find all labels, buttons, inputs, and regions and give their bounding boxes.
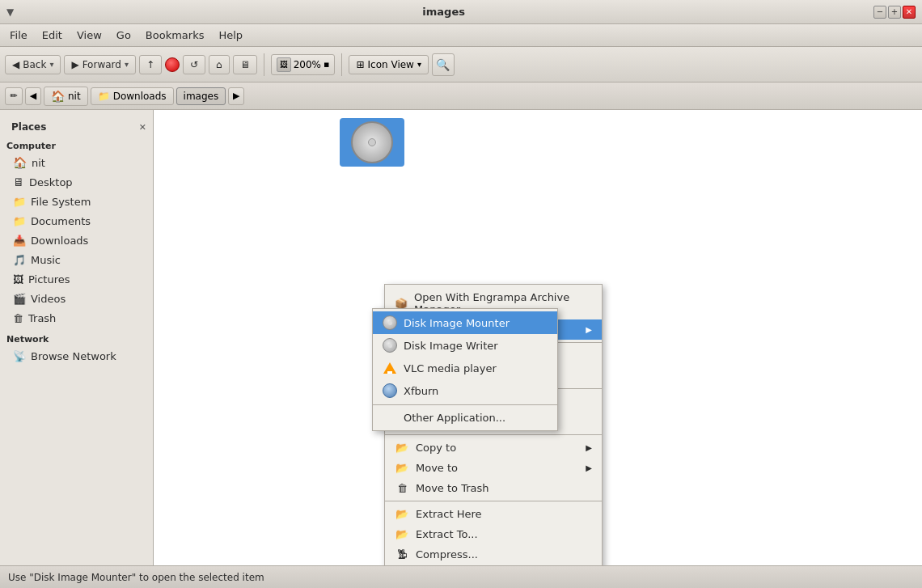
view-icon: ⊞ [356, 59, 364, 70]
cd-icon [351, 121, 393, 163]
up-button[interactable]: ↑ [139, 55, 162, 74]
back-dropdown-icon[interactable]: ▾ [49, 60, 53, 69]
sidebar-item-nit[interactable]: nit [0, 153, 153, 172]
home-button[interactable]: ⌂ [209, 55, 230, 74]
sidebar-item-music[interactable]: Music [0, 250, 153, 269]
sidebar-close-icon[interactable]: ✕ [139, 122, 146, 133]
menu-edit[interactable]: Edit [36, 27, 69, 44]
sidebar: Places ✕ Computer nit Desktop File Syste… [0, 110, 154, 565]
view-label: Icon View [368, 59, 414, 70]
zoom-value: 200% [294, 59, 321, 70]
ctx-compress[interactable]: 🗜 Compress... [385, 544, 602, 565]
vlc-icon [383, 361, 397, 375]
file-area: xubuntu-desktop-is…2.0 📦 Open With Engra… [154, 110, 922, 565]
places-label: Places [6, 120, 51, 134]
stop-button[interactable] [165, 57, 180, 72]
compress-icon: 🗜 [395, 548, 409, 561]
trash-icon [13, 311, 23, 324]
sidebar-item-documents[interactable]: Documents [0, 211, 153, 231]
breadcrumb-nit[interactable]: nit [44, 87, 88, 106]
ctx-move-trash-label: Move to Trash [416, 482, 489, 494]
path-next-button[interactable]: ▶ [228, 87, 244, 105]
titlebar: ▼ images − + ✕ [0, 0, 922, 24]
submenu-other-app[interactable]: Other Application... [373, 408, 557, 428]
xfburn-label: Xfburn [404, 385, 438, 397]
monitor-icon [13, 176, 24, 188]
statusbar: Use "Disk Image Mounter" to open the sel… [0, 565, 922, 588]
file-item-iso[interactable]: xubuntu-desktop-is…2.0 [336, 118, 408, 210]
sidebar-item-pictures-label: Pictures [28, 273, 70, 286]
move-to-icon: 📂 [395, 462, 409, 474]
open-with-submenu: Disk Image Mounter Disk Image Writer VLC… [372, 308, 558, 431]
menubar: File Edit View Go Bookmarks Help [0, 24, 922, 47]
status-text: Use "Disk Image Mounter" to open the sel… [8, 572, 264, 583]
forward-button[interactable]: ▶ Forward ▾ [64, 55, 136, 74]
ctx-extract-to[interactable]: 📂 Extract To... [385, 524, 602, 544]
folder-icon: 📁 [98, 91, 110, 102]
sidebar-item-desktop-label: Desktop [29, 176, 73, 188]
extract-here-icon: 📂 [395, 508, 409, 520]
sidebar-item-browse-network[interactable]: Browse Network [0, 346, 153, 366]
ctx-move-trash[interactable]: 🗑 Move to Trash [385, 478, 602, 498]
menu-go[interactable]: Go [110, 27, 137, 44]
minimize-button[interactable]: − [873, 6, 886, 19]
wifi-icon [13, 349, 26, 362]
ctx-extract-here-label: Extract Here [416, 508, 482, 520]
ctx-move-to[interactable]: 📂 Move to ▶ [385, 458, 602, 478]
sidebar-item-desktop[interactable]: Desktop [0, 172, 153, 192]
path-edit-button[interactable]: ✏ [5, 87, 23, 105]
submenu-separator [373, 404, 557, 405]
sidebar-item-filesystem[interactable]: File System [0, 192, 153, 211]
view-dropdown-icon: ▾ [417, 60, 421, 69]
sidebar-item-pictures[interactable]: Pictures [0, 269, 153, 289]
maximize-button[interactable]: + [888, 6, 901, 19]
submenu-xfburn[interactable]: Xfburn [373, 379, 557, 402]
sidebar-item-videos[interactable]: Videos [0, 289, 153, 308]
menu-bookmarks[interactable]: Bookmarks [139, 27, 211, 44]
zoom-plus-icon[interactable]: ▪ [324, 59, 329, 70]
file-label: xubuntu-desktop-is…2.0 [352, 168, 392, 210]
sidebar-item-trash[interactable]: Trash [0, 308, 153, 328]
pictures-icon [13, 273, 23, 286]
sidebar-item-videos-label: Videos [31, 293, 66, 305]
ctx-separator-3 [385, 434, 602, 435]
menu-file[interactable]: File [3, 27, 34, 44]
path-prev-button[interactable]: ◀ [25, 87, 41, 105]
toolbar-separator-2 [341, 53, 342, 76]
submenu-disk-writer[interactable]: Disk Image Writer [373, 334, 557, 357]
ctx-copy-to[interactable]: 📂 Copy to ▶ [385, 438, 602, 458]
reload-button[interactable]: ↺ [183, 55, 205, 74]
back-button[interactable]: ◀ Back ▾ [5, 55, 61, 74]
ctx-extract-to-label: Extract To... [416, 528, 478, 540]
sidebar-item-trash-label: Trash [28, 312, 56, 324]
search-button[interactable]: 🔍 [432, 53, 455, 76]
cd-hole [368, 138, 376, 146]
back-label: Back [23, 59, 46, 70]
titlebar-menu-icon[interactable]: ▼ [6, 6, 14, 18]
sidebar-item-downloads[interactable]: Downloads [0, 231, 153, 250]
submenu-disk-mounter[interactable]: Disk Image Mounter [373, 311, 557, 334]
music-icon [13, 253, 26, 266]
submenu-vlc[interactable]: VLC media player [373, 357, 557, 379]
breadcrumb-images[interactable]: images [176, 87, 226, 105]
close-button[interactable]: ✕ [903, 6, 916, 19]
menu-help[interactable]: Help [212, 27, 249, 44]
trash-ctx-icon: 🗑 [395, 482, 409, 494]
toolbar: ◀ Back ▾ ▶ Forward ▾ ↑ ↺ ⌂ 🖥 🖼 200% ▪ ⊞ … [0, 47, 922, 82]
copy-to-icon: 📂 [395, 442, 409, 454]
ctx-separator-4 [385, 501, 602, 501]
zoom-control[interactable]: 🖼 200% ▪ [271, 54, 336, 75]
zoom-icon: 🖼 [277, 57, 291, 72]
ctx-extract-here[interactable]: 📂 Extract Here [385, 504, 602, 524]
other-app-label: Other Application... [404, 412, 505, 424]
network-section-label: Network [0, 331, 153, 346]
window-title: images [14, 6, 873, 18]
desktop-button[interactable]: 🖥 [233, 55, 257, 74]
sidebar-item-downloads-label: Downloads [31, 235, 88, 247]
breadcrumb-downloads[interactable]: 📁 Downloads [91, 87, 174, 105]
disk-writer-label: Disk Image Writer [404, 340, 498, 352]
home-icon [13, 156, 27, 169]
menu-view[interactable]: View [70, 27, 108, 44]
view-dropdown[interactable]: ⊞ Icon View ▾ [349, 55, 428, 74]
forward-dropdown-icon[interactable]: ▾ [125, 60, 129, 69]
